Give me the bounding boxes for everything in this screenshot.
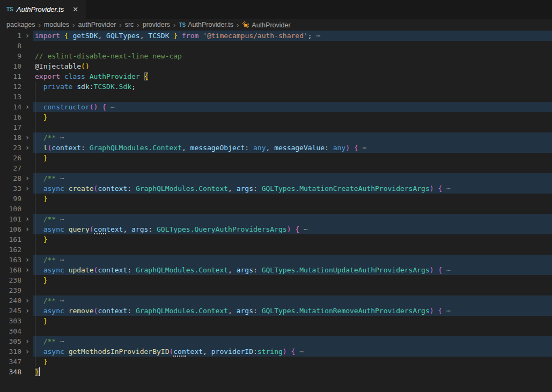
code-line[interactable]: 27	[0, 163, 552, 173]
line-number[interactable]: 28	[0, 173, 21, 183]
fold-chevron-icon[interactable]: ›	[21, 143, 33, 153]
line-number[interactable]: 23	[0, 143, 21, 153]
code-line[interactable]: 100	[0, 204, 552, 214]
code-content[interactable]	[33, 245, 552, 255]
breadcrumb-item-src[interactable]: src	[125, 21, 134, 28]
breadcrumb-item-providers[interactable]: providers	[143, 21, 170, 28]
code-content[interactable]	[33, 92, 552, 102]
code-line[interactable]: 240› /** ⋯	[0, 295, 552, 306]
line-number[interactable]: 33	[0, 183, 21, 194]
code-content[interactable]	[33, 285, 552, 295]
code-content[interactable]: }	[33, 194, 552, 204]
line-number[interactable]: 1	[0, 31, 21, 41]
line-number[interactable]: 16	[0, 112, 21, 122]
line-number[interactable]: 161	[0, 234, 21, 245]
breadcrumb-item-symbol[interactable]: AuthProvider	[242, 21, 290, 29]
code-content[interactable]: /** ⋯	[33, 255, 552, 265]
code-line[interactable]: 161 }	[0, 234, 552, 245]
line-number[interactable]: 18	[0, 132, 21, 143]
code-content[interactable]	[33, 122, 552, 132]
code-content[interactable]: /** ⋯	[33, 295, 552, 306]
fold-chevron-icon[interactable]: ›	[21, 295, 33, 306]
line-number[interactable]: 8	[0, 41, 21, 51]
code-editor[interactable]: 1›import { getSDK, GQLTypes, TCSDK } fro…	[0, 31, 552, 377]
line-number[interactable]: 240	[0, 295, 21, 306]
code-line[interactable]: 18› /** ⋯	[0, 132, 552, 143]
code-line[interactable]: 305› /** ⋯	[0, 336, 552, 346]
code-line[interactable]: 101› /** ⋯	[0, 214, 552, 224]
code-line[interactable]: 26 }	[0, 153, 552, 163]
code-content[interactable]: async getMethodsInProviderByID(context, …	[33, 346, 552, 357]
line-number[interactable]: 27	[0, 163, 21, 173]
code-line[interactable]: 106› async query(context, args: GQLTypes…	[0, 224, 552, 234]
line-number[interactable]: 14	[0, 102, 21, 112]
line-number[interactable]: 101	[0, 214, 21, 224]
code-line[interactable]: 13	[0, 92, 552, 102]
fold-chevron-icon[interactable]: ›	[21, 31, 33, 41]
code-content[interactable]: }	[33, 316, 552, 326]
code-content[interactable]: export class AuthProvider {	[33, 71, 552, 82]
line-number[interactable]: 245	[0, 306, 21, 316]
line-number[interactable]: 11	[0, 71, 21, 82]
line-number[interactable]: 238	[0, 275, 21, 285]
code-content[interactable]: // eslint-disable-next-line new-cap	[33, 51, 552, 61]
tab-authprovider[interactable]: TS AuthProvider.ts ✕	[0, 0, 86, 19]
line-number[interactable]: 13	[0, 92, 21, 102]
line-number[interactable]: 348	[0, 367, 21, 377]
code-line[interactable]: 168› async update(context: GraphQLModule…	[0, 265, 552, 275]
line-number[interactable]: 17	[0, 122, 21, 132]
code-line[interactable]: 16 }	[0, 112, 552, 122]
code-line[interactable]: 17	[0, 122, 552, 132]
code-line[interactable]: 1›import { getSDK, GQLTypes, TCSDK } fro…	[0, 31, 552, 41]
code-line[interactable]: 245› async remove(context: GraphQLModule…	[0, 306, 552, 316]
code-content[interactable]: }	[33, 275, 552, 285]
code-content[interactable]: import { getSDK, GQLTypes, TCSDK } from …	[33, 31, 552, 41]
fold-chevron-icon[interactable]: ›	[21, 224, 33, 234]
code-content[interactable]	[33, 41, 552, 51]
code-content[interactable]	[33, 326, 552, 336]
fold-chevron-icon[interactable]: ›	[21, 336, 33, 346]
code-content[interactable]: async update(context: GraphQLModules.Con…	[33, 265, 552, 275]
fold-chevron-icon[interactable]: ›	[21, 265, 33, 275]
fold-chevron-icon[interactable]: ›	[21, 132, 33, 143]
line-number[interactable]: 304	[0, 326, 21, 336]
code-line[interactable]: 303 }	[0, 316, 552, 326]
code-line[interactable]: 239	[0, 285, 552, 295]
code-content[interactable]: }	[33, 153, 552, 163]
line-number[interactable]: 10	[0, 61, 21, 71]
fold-chevron-icon[interactable]: ›	[21, 214, 33, 224]
breadcrumb-item-packages[interactable]: packages	[6, 21, 35, 28]
code-line[interactable]: 28› /** ⋯	[0, 173, 552, 183]
code-content[interactable]: @Injectable()	[33, 61, 552, 71]
close-icon[interactable]: ✕	[71, 5, 79, 13]
fold-chevron-icon[interactable]: ›	[21, 173, 33, 183]
line-number[interactable]: 163	[0, 255, 21, 265]
fold-chevron-icon[interactable]: ›	[21, 183, 33, 194]
code-line[interactable]: 9// eslint-disable-next-line new-cap	[0, 51, 552, 61]
fold-chevron-icon[interactable]: ›	[21, 346, 33, 357]
code-content[interactable]: async query(context, args: GQLTypes.Quer…	[33, 224, 552, 234]
code-line[interactable]: 238 }	[0, 275, 552, 285]
code-line[interactable]: 33› async create(context: GraphQLModules…	[0, 183, 552, 194]
line-number[interactable]: 106	[0, 224, 21, 234]
code-content[interactable]: }	[33, 234, 552, 245]
code-content[interactable]: async remove(context: GraphQLModules.Con…	[33, 306, 552, 316]
breadcrumb-item-file[interactable]: TSAuthProvider.ts	[179, 21, 233, 28]
line-number[interactable]: 310	[0, 346, 21, 357]
code-line[interactable]: 10@Injectable()	[0, 61, 552, 71]
line-number[interactable]: 26	[0, 153, 21, 163]
line-number[interactable]: 239	[0, 285, 21, 295]
code-content[interactable]: /** ⋯	[33, 336, 552, 346]
code-line[interactable]: 347 }	[0, 357, 552, 367]
fold-chevron-icon[interactable]: ›	[21, 102, 33, 112]
code-content[interactable]: /** ⋯	[33, 214, 552, 224]
code-line[interactable]: 304	[0, 326, 552, 336]
line-number[interactable]: 9	[0, 51, 21, 61]
code-line[interactable]: 348}	[0, 367, 552, 377]
code-line[interactable]: 8	[0, 41, 552, 51]
code-line[interactable]: 162	[0, 245, 552, 255]
code-line[interactable]: 14› constructor() { ⋯	[0, 102, 552, 112]
code-content[interactable]: }	[33, 112, 552, 122]
line-number[interactable]: 99	[0, 194, 21, 204]
code-content[interactable]: constructor() { ⋯	[33, 102, 552, 112]
